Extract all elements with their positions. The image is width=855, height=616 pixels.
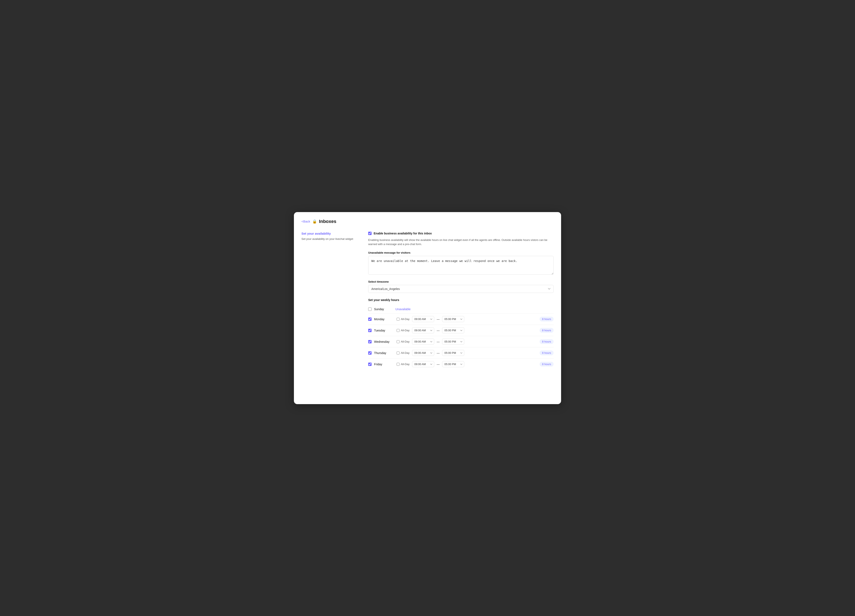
sunday-checkbox[interactable] xyxy=(368,308,372,311)
day-row-monday: Monday All-Day 09:00 AM — 05:00 PM 8 hou… xyxy=(368,314,553,325)
wednesday-allday-checkbox[interactable] xyxy=(397,340,400,343)
timezone-label: Select timezone xyxy=(368,280,553,283)
weekly-hours-title: Set your weekly hours xyxy=(368,298,553,302)
friday-hours-badge: 8 hours xyxy=(539,362,553,366)
friday-allday-wrapper: All-Day xyxy=(397,363,409,366)
enable-row: Enable business availability for this in… xyxy=(368,232,553,235)
right-panel: Enable business availability for this in… xyxy=(368,232,553,370)
thursday-hours-badge: 8 hours xyxy=(539,351,553,355)
wednesday-end-time[interactable]: 05:00 PM xyxy=(442,339,464,345)
friday-dash: — xyxy=(437,363,440,366)
enable-label: Enable business availability for this in… xyxy=(374,232,432,235)
monday-dash: — xyxy=(437,317,440,321)
tuesday-allday-wrapper: All-Day xyxy=(397,329,409,332)
tuesday-end-time[interactable]: 05:00 PM xyxy=(442,327,464,333)
monday-allday-wrapper: All-Day xyxy=(397,317,409,320)
thursday-checkbox[interactable] xyxy=(368,351,372,355)
thursday-allday-wrapper: All-Day xyxy=(397,351,409,354)
sunday-label: Sunday xyxy=(374,308,393,311)
sunday-unavailable: Unavailable xyxy=(395,308,411,311)
thursday-dash: — xyxy=(437,351,440,355)
sidebar-section-title: Set your availability xyxy=(302,232,356,235)
back-button[interactable]: <Back xyxy=(302,220,310,223)
monday-allday-label: All-Day xyxy=(401,317,409,320)
tuesday-start-time[interactable]: 09:00 AM xyxy=(412,327,434,333)
friday-allday-checkbox[interactable] xyxy=(397,363,400,366)
monday-hours-badge: 8 hours xyxy=(539,317,553,322)
tuesday-dash: — xyxy=(437,329,440,332)
tuesday-checkbox[interactable] xyxy=(368,329,372,332)
main-content: Set your availability Set your availabil… xyxy=(302,232,553,370)
friday-end-time[interactable]: 05:00 PM xyxy=(442,361,464,367)
wednesday-allday-wrapper: All-Day xyxy=(397,340,409,343)
tuesday-allday-checkbox[interactable] xyxy=(397,329,400,332)
thursday-label: Thursday xyxy=(374,351,393,355)
friday-label: Friday xyxy=(374,363,393,366)
friday-checkbox[interactable] xyxy=(368,363,372,366)
day-row-wednesday: Wednesday All-Day 09:00 AM — 05:00 PM 8 … xyxy=(368,336,553,347)
tuesday-allday-label: All-Day xyxy=(401,329,409,332)
enable-checkbox[interactable] xyxy=(368,232,372,235)
monday-label: Monday xyxy=(374,317,393,321)
day-row-sunday: Sunday Unavailable xyxy=(368,305,553,314)
header: <Back 🔒 Inboxes xyxy=(302,219,553,224)
inbox-icon: 🔒 xyxy=(312,219,317,224)
wednesday-checkbox[interactable] xyxy=(368,340,372,343)
monday-allday-checkbox[interactable] xyxy=(397,318,400,320)
day-row-thursday: Thursday All-Day 09:00 AM — 05:00 PM 8 h… xyxy=(368,347,553,359)
wednesday-hours-badge: 8 hours xyxy=(539,339,553,344)
monday-checkbox[interactable] xyxy=(368,317,372,321)
tuesday-hours-badge: 8 hours xyxy=(539,328,553,333)
friday-start-time[interactable]: 09:00 AM xyxy=(412,361,434,367)
monday-start-time[interactable]: 09:00 AM xyxy=(412,316,434,322)
sidebar-section-desc: Set your availability on your livechat w… xyxy=(302,237,356,241)
main-window: <Back 🔒 Inboxes Set your availability Se… xyxy=(294,212,561,404)
day-row-friday: Friday All-Day 09:00 AM — 05:00 PM 8 hou… xyxy=(368,359,553,370)
tuesday-label: Tuesday xyxy=(374,329,393,332)
friday-allday-label: All-Day xyxy=(401,363,409,366)
enable-desc: Enabling business availability will show… xyxy=(368,238,553,247)
unavailable-message-textarea[interactable]: We are unavailable at the moment. Leave … xyxy=(368,256,553,275)
sidebar: Set your availability Set your availabil… xyxy=(302,232,356,370)
page-title: Inboxes xyxy=(319,219,336,224)
thursday-start-time[interactable]: 09:00 AM xyxy=(412,350,434,356)
unavailable-message-label: Unavailable message for visitors xyxy=(368,251,553,254)
thursday-end-time[interactable]: 05:00 PM xyxy=(442,350,464,356)
wednesday-label: Wednesday xyxy=(374,340,393,343)
day-row-tuesday: Tuesday All-Day 09:00 AM — 05:00 PM 8 ho… xyxy=(368,325,553,336)
thursday-allday-label: All-Day xyxy=(401,351,409,354)
wednesday-allday-label: All-Day xyxy=(401,340,409,343)
monday-end-time[interactable]: 05:00 PM xyxy=(442,316,464,322)
wednesday-dash: — xyxy=(437,340,440,343)
wednesday-start-time[interactable]: 09:00 AM xyxy=(412,339,434,345)
thursday-allday-checkbox[interactable] xyxy=(397,351,400,354)
timezone-select[interactable]: America/Los_Angeles xyxy=(368,285,553,293)
